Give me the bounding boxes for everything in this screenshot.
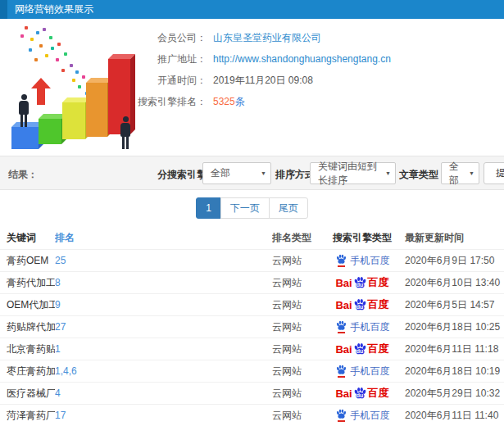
updated-cell: 2020年6月5日 14:57 [399,298,504,312]
mobile-baidu-label: 手机百度 [351,320,390,334]
rank-link[interactable]: 25 [55,255,272,266]
chevron-down-icon: ▼ [385,170,391,176]
mobile-baidu-underline [338,376,345,378]
growth-arrow-icon [31,78,51,105]
promo-url-link[interactable]: http://www.shandonghuangshengtang.cn [213,53,391,65]
chevron-down-icon: ▼ [261,170,266,176]
marketing-report-page: 网络营销效果展示 会员公司： 山东皇圣堂药业有限公司 推广地址： http://… [0,0,504,426]
rank-type-cell: 云网站 [272,342,325,356]
filter-bar: 结果： 分搜索引擎查看 全部 ▼ 排序方式 关键词由短到长排序 ▼ 文章类型 全… [0,156,504,190]
rank-type-cell: 云网站 [272,254,325,268]
table-row: 北京膏药贴牌1云网站Baidu百度2020年6月11日 11:18 [0,338,504,360]
updated-cell: 2020年6月11日 11:18 [399,342,504,356]
bar-green [39,119,61,144]
search-engine-cell: Baidu百度 [325,342,399,356]
pagination: 1 下一页 尾页 [0,190,504,226]
mobile-baidu-icon [335,320,347,333]
header-updated: 最新更新时间 [399,231,504,245]
baidu-logo-bai: Bai [335,299,352,311]
bar-orange [86,83,107,137]
keyword-cell: 北京膏药贴牌 [0,342,55,356]
engine-view-selected: 全部 [211,166,230,180]
businessman-figure-right [120,116,131,149]
mobile-baidu-label: 手机百度 [351,409,390,423]
bar-blue [11,127,39,149]
open-time-value: 2019年11月20日 09:08 [213,74,313,88]
mobile-baidu-underline [338,265,345,267]
promo-url-label: 推广地址： [123,52,207,66]
ranking-number: 5325 [213,96,235,107]
rank-link[interactable]: 9 [55,299,272,310]
rank-type-cell: 云网站 [272,409,325,423]
baidu-logo-cn: 百度 [368,297,389,312]
search-engine-cell: 手机百度 [325,365,399,378]
table-header-row: 关键词 排名 排名类型 搜索引擎类型 最新更新时间 [0,226,504,249]
article-type-selected: 全部 [449,160,465,188]
businessman-figure-left [18,94,30,127]
header-rank: 排名 [55,231,272,245]
rank-link[interactable]: 27 [55,321,272,333]
mobile-baidu-icon [335,365,347,378]
table-row: 药贴牌代加工27云网站手机百度2020年6月18日 10:25 [0,315,504,338]
baidu-logo-cn: 百度 [368,386,389,401]
sort-label: 排序方式 [275,168,315,182]
article-type-label: 文章类型 [399,168,438,182]
keyword-cell: OEM代加工 [0,298,55,312]
updated-cell: 2020年6月18日 10:25 [399,320,504,334]
updated-cell: 2020年6月10日 13:40 [399,276,504,290]
confetti-decoration [0,23,3,26]
keyword-cell: 药贴牌代加工 [0,320,55,334]
rank-type-cell: 云网站 [272,298,325,312]
rank-link[interactable]: 4 [55,387,272,399]
search-engine-cell: Baidu百度 [325,275,399,290]
rank-type-cell: 云网站 [272,387,325,401]
engine-view-select[interactable]: 全部 ▼ [202,162,271,184]
ranking-count-value: 5325条 [213,95,245,109]
company-link[interactable]: 山东皇圣堂药业有限公司 [213,31,321,45]
sort-select[interactable]: 关键词由短到长排序 ▼ [310,162,396,184]
article-type-select[interactable]: 全部 ▼ [441,162,479,184]
baidu-paw-icon: du [353,342,367,356]
baidu-logo: Baidu百度 [335,342,388,356]
baidu-logo: Baidu百度 [335,275,388,290]
baidu-logo-cn: 百度 [368,275,389,290]
rank-link[interactable]: 1 [55,343,272,355]
sort-selected: 关键词由短到长排序 [318,160,382,188]
last-page-button[interactable]: 尾页 [269,197,308,219]
rank-type-cell: 云网站 [272,365,325,378]
mobile-baidu-underline [338,420,345,422]
search-engine-cell: Baidu百度 [325,297,399,312]
keyword-cell: 菏泽膏药厂家 [0,409,55,423]
rank-link[interactable]: 17 [55,410,272,421]
baidu-paw-icon: du [353,387,367,400]
table-row: OEM代加工9云网站Baidu百度2020年6月5日 14:57 [0,293,504,315]
submit-button[interactable]: 提交 [484,162,504,184]
info-section: 会员公司： 山东皇圣堂药业有限公司 推广地址： http://www.shand… [0,19,504,156]
ranking-unit: 条 [235,96,245,107]
company-label: 会员公司： [123,31,207,45]
table-row: 医疗器械厂家4云网站Baidu百度2020年5月29日 10:32 [0,382,504,404]
updated-cell: 2020年6月9日 17:50 [399,254,504,268]
rank-link[interactable]: 1,4,6 [55,365,272,377]
search-engine-cell: 手机百度 [325,320,399,334]
baidu-logo-bai: Bai [335,343,352,356]
bar-yellow [62,102,85,139]
header-engine-type: 搜索引擎类型 [325,231,399,245]
page-header: 网络营销效果展示 [0,0,504,19]
chevron-down-icon: ▼ [469,170,474,176]
page-button-current[interactable]: 1 [196,197,221,219]
search-engine-cell: Baidu百度 [325,386,399,401]
rank-link[interactable]: 8 [55,277,272,288]
updated-cell: 2020年6月18日 10:19 [399,365,504,378]
table-row: 膏药代加工8云网站Baidu百度2020年6月10日 13:40 [0,271,504,293]
baidu-logo: Baidu百度 [335,297,388,312]
next-page-button[interactable]: 下一页 [220,197,270,219]
keyword-cell: 医疗器械厂家 [0,387,55,401]
ranking-count-label: 搜索引擎排名： [123,95,207,109]
company-info-fields: 会员公司： 山东皇圣堂药业有限公司 推广地址： http://www.shand… [123,27,391,112]
page-title: 网络营销效果展示 [15,0,93,19]
mobile-baidu-icon [335,254,347,267]
field-row-company: 会员公司： 山东皇圣堂药业有限公司 [123,27,391,48]
baidu-logo: Baidu百度 [335,386,388,401]
header-keyword: 关键词 [0,231,55,245]
